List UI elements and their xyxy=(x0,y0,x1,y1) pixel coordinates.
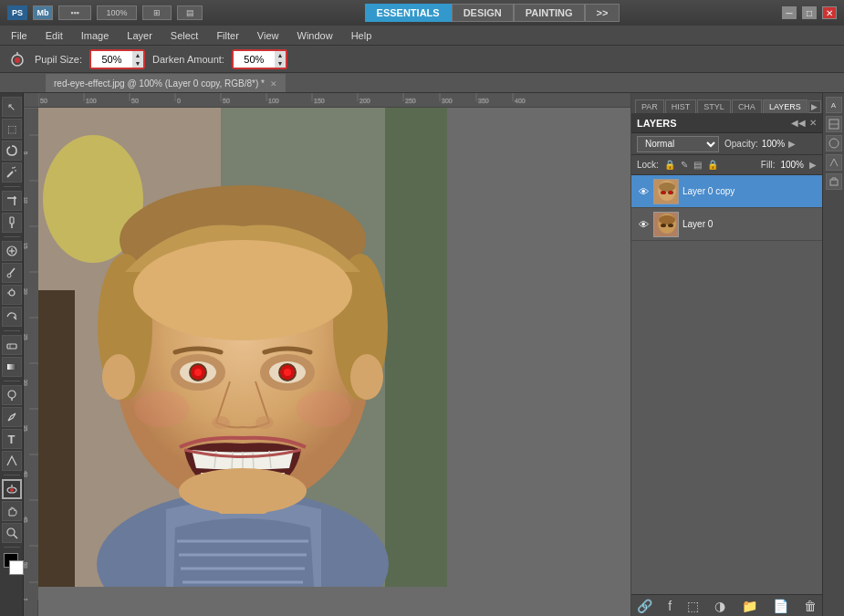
panel-tab-par[interactable]: PAR xyxy=(635,99,664,113)
menu-view[interactable]: View xyxy=(250,28,287,43)
tool-zoom[interactable] xyxy=(2,523,22,543)
minimize-button[interactable]: ─ xyxy=(782,6,797,19)
new-group-btn[interactable]: 📁 xyxy=(742,599,757,613)
tool-type[interactable]: T xyxy=(2,429,22,449)
tool-gradient[interactable] xyxy=(2,357,22,377)
mini-tool-3[interactable] xyxy=(826,135,842,151)
layer-item-0[interactable]: 👁 Layer 0 copy xyxy=(631,175,822,208)
background-color[interactable] xyxy=(9,560,24,575)
panel-tab-hist[interactable]: HIST xyxy=(665,99,697,113)
menu-select[interactable]: Select xyxy=(163,28,206,43)
document-tab[interactable]: red-eye-effect.jpg @ 100% (Layer 0 copy,… xyxy=(46,74,286,92)
tool-history-brush[interactable] xyxy=(2,307,22,327)
workspace-design[interactable]: DESIGN xyxy=(452,4,514,22)
tool-separator-4 xyxy=(4,381,20,381)
layer-style-btn[interactable]: f xyxy=(668,599,672,613)
darken-amount-label: Darken Amount: xyxy=(152,54,224,65)
darken-amount-stepper[interactable]: ▲ ▼ xyxy=(275,51,286,68)
workspace-painting[interactable]: PAINTING xyxy=(514,4,585,22)
tool-crop[interactable] xyxy=(2,191,22,211)
layer-0-copy-name: Layer 0 copy xyxy=(682,186,817,196)
panel-tab-cha[interactable]: CHA xyxy=(732,99,762,113)
canvas-wrapper: 50 100 50 0 50 100 150 200 250 300 350 4… xyxy=(24,93,630,616)
mode-selector[interactable]: ▤ xyxy=(177,5,203,20)
tab-close-icon[interactable]: ✕ xyxy=(270,79,277,89)
link-layers-btn[interactable]: 🔗 xyxy=(637,599,652,613)
menu-image[interactable]: Image xyxy=(74,28,117,43)
layout-selector[interactable]: ⊞ xyxy=(142,5,172,20)
tool-hand[interactable] xyxy=(2,501,22,521)
layers-controls: ◀◀ ✕ xyxy=(791,118,817,128)
mini-tool-2[interactable] xyxy=(826,116,842,132)
image-size-selector[interactable]: ▪▪▪ xyxy=(58,5,91,20)
lock-transparent-icon[interactable]: ▤ xyxy=(693,160,702,170)
color-picker[interactable] xyxy=(0,553,24,579)
menu-layer[interactable]: Layer xyxy=(120,28,160,43)
ruler-top: 50 100 50 0 50 100 150 200 250 300 350 4… xyxy=(24,93,630,108)
tool-lasso[interactable] xyxy=(2,141,22,161)
mini-tool-4[interactable] xyxy=(826,154,842,171)
panel-menu-icon[interactable]: ▶ xyxy=(808,100,821,113)
tool-path-select[interactable] xyxy=(2,451,22,471)
pupil-size-down[interactable]: ▼ xyxy=(132,59,143,68)
lock-all-icon[interactable]: 🔒 xyxy=(707,160,718,170)
tool-red-eye[interactable] xyxy=(2,479,22,499)
layer-0-visibility[interactable]: 👁 xyxy=(637,218,650,231)
darken-amount-input[interactable] xyxy=(234,51,275,68)
tool-move[interactable]: ↖ xyxy=(2,97,22,117)
canvas-image[interactable] xyxy=(38,108,447,587)
layers-bottom: 🔗 f ⬚ ◑ 📁 📄 🗑 xyxy=(631,594,822,616)
menu-edit[interactable]: Edit xyxy=(38,28,70,43)
layer-item-1[interactable]: 👁 Layer 0 xyxy=(631,208,822,241)
layers-header: LAYERS ◀◀ ✕ xyxy=(631,113,822,133)
delete-layer-btn[interactable]: 🗑 xyxy=(804,599,817,613)
blend-mode-select[interactable]: Normal xyxy=(637,136,719,152)
zoom-selector[interactable]: 100% xyxy=(97,5,137,20)
maximize-button[interactable]: □ xyxy=(802,6,817,19)
tool-brush[interactable] xyxy=(2,263,22,283)
tool-marquee[interactable]: ⬚ xyxy=(2,119,22,139)
tool-heal[interactable] xyxy=(2,241,22,261)
pupil-size-up[interactable]: ▲ xyxy=(132,51,143,59)
panel-tab-styl[interactable]: STYL xyxy=(697,99,731,113)
pupil-size-stepper[interactable]: ▲ ▼ xyxy=(132,51,143,68)
tool-dodge[interactable] xyxy=(2,385,22,405)
layer-0-copy-visibility[interactable]: 👁 xyxy=(637,185,650,198)
menu-file[interactable]: File xyxy=(4,28,35,43)
darken-amount-up[interactable]: ▲ xyxy=(275,51,286,59)
pupil-size-input[interactable] xyxy=(91,51,132,68)
adjustment-layer-btn[interactable]: ◑ xyxy=(714,599,725,613)
fill-label: Fill: xyxy=(761,160,776,170)
svg-text:250: 250 xyxy=(405,98,416,104)
mb-icon: Mb xyxy=(33,5,53,20)
new-layer-btn[interactable]: 📄 xyxy=(773,599,788,613)
ruler-top-svg: 50 100 50 0 50 100 150 200 250 300 350 4… xyxy=(38,93,630,107)
fill-stepper[interactable]: ▶ xyxy=(809,160,817,170)
layers-close-icon[interactable]: ✕ xyxy=(809,118,817,128)
red-eye-tool-icon xyxy=(7,49,27,69)
layers-expand-icon[interactable]: ◀◀ xyxy=(791,118,806,128)
tool-eraser[interactable] xyxy=(2,335,22,355)
mini-tool-1[interactable]: A xyxy=(826,97,842,113)
close-button[interactable]: ✕ xyxy=(822,6,837,19)
lock-position-icon[interactable]: 🔒 xyxy=(664,160,675,170)
lock-pixel-icon[interactable]: ✎ xyxy=(681,160,688,170)
darken-amount-down[interactable]: ▼ xyxy=(275,59,286,68)
layer-mask-btn[interactable]: ⬚ xyxy=(687,599,699,613)
tool-magic-wand[interactable] xyxy=(2,162,22,183)
menu-help[interactable]: Help xyxy=(344,28,380,43)
workspace-more[interactable]: >> xyxy=(585,4,620,22)
opacity-stepper[interactable]: ▶ xyxy=(788,139,796,149)
tool-pen[interactable] xyxy=(2,407,22,427)
svg-rect-9 xyxy=(10,217,14,224)
menu-window[interactable]: Window xyxy=(290,28,340,43)
tool-eyedropper[interactable] xyxy=(2,213,22,233)
menu-filter[interactable]: Filter xyxy=(209,28,245,43)
canvas-container[interactable] xyxy=(38,108,630,616)
panel-tab-layers[interactable]: LAYERS xyxy=(763,99,808,113)
layers-title: LAYERS xyxy=(637,118,677,129)
workspace-essentials[interactable]: ESSENTIALS xyxy=(365,4,452,22)
canvas-area: 5 10 15 20 25 30 35 40 45 50 55 xyxy=(24,108,630,616)
mini-tool-5[interactable] xyxy=(826,173,842,190)
tool-clone[interactable] xyxy=(2,285,22,305)
